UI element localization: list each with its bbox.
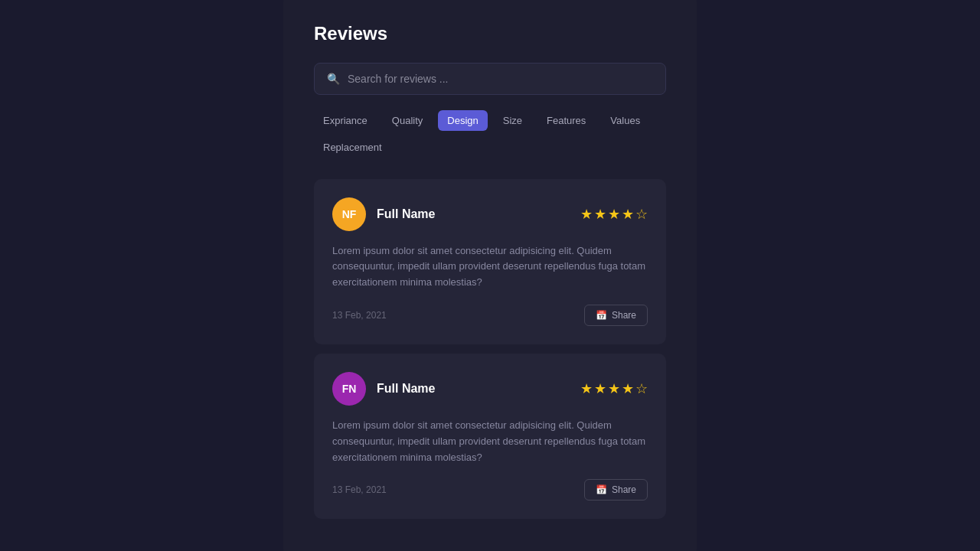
- share-label: Share: [612, 310, 636, 321]
- stars-container: ★★★★☆: [580, 206, 648, 223]
- share-icon: 📅: [596, 310, 607, 321]
- page-title: Reviews: [314, 23, 666, 44]
- reviewer-info: FN Full Name: [332, 372, 435, 406]
- reviewer-name: Full Name: [377, 207, 435, 221]
- filter-tag-replacement[interactable]: Replacement: [314, 137, 391, 158]
- filter-tags: ExprianceQualityDesignSizeFeaturesValues…: [314, 110, 666, 158]
- review-card-1: NF Full Name ★★★★☆ Lorem ipsum dolor sit…: [314, 179, 666, 344]
- review-footer: 13 Feb, 2021 📅 Share: [332, 479, 648, 500]
- star-full: ★: [580, 380, 593, 397]
- share-label: Share: [612, 484, 636, 495]
- reviewer-info: NF Full Name: [332, 197, 435, 231]
- reviewer-name: Full Name: [377, 382, 435, 396]
- avatar: NF: [332, 197, 366, 231]
- star-full: ★: [622, 380, 634, 397]
- review-text: Lorem ipsum dolor sit amet consectetur a…: [332, 418, 648, 465]
- star-half: ☆: [635, 380, 648, 397]
- search-icon: 🔍: [327, 73, 340, 85]
- review-footer: 13 Feb, 2021 📅 Share: [332, 305, 648, 326]
- star-full: ★: [594, 380, 606, 397]
- star-full: ★: [580, 206, 593, 223]
- reviews-list: NF Full Name ★★★★☆ Lorem ipsum dolor sit…: [314, 179, 666, 520]
- filter-tag-features[interactable]: Features: [537, 110, 595, 131]
- star-full: ★: [622, 206, 634, 223]
- review-date: 13 Feb, 2021: [332, 310, 387, 321]
- filter-tag-size[interactable]: Size: [494, 110, 531, 131]
- review-card-2: FN Full Name ★★★★☆ Lorem ipsum dolor sit…: [314, 354, 666, 519]
- review-header: FN Full Name ★★★★☆: [332, 372, 648, 406]
- reviews-container: Reviews 🔍 ExprianceQualityDesignSizeFeat…: [283, 0, 697, 551]
- review-text: Lorem ipsum dolor sit amet consectetur a…: [332, 243, 648, 291]
- filter-tag-expriance[interactable]: Expriance: [314, 110, 377, 131]
- star-full: ★: [608, 206, 620, 223]
- stars-container: ★★★★☆: [580, 380, 648, 397]
- star-half: ☆: [635, 206, 648, 223]
- filter-tag-values[interactable]: Values: [601, 110, 649, 131]
- star-full: ★: [594, 206, 606, 223]
- star-full: ★: [608, 380, 620, 397]
- search-bar: 🔍: [314, 63, 666, 95]
- review-header: NF Full Name ★★★★☆: [332, 197, 648, 231]
- avatar: FN: [332, 372, 366, 406]
- share-button[interactable]: 📅 Share: [584, 479, 648, 500]
- filter-tag-design[interactable]: Design: [438, 110, 487, 131]
- filter-tag-quality[interactable]: Quality: [383, 110, 432, 131]
- review-date: 13 Feb, 2021: [332, 484, 387, 495]
- share-icon: 📅: [596, 484, 607, 495]
- search-input[interactable]: [348, 73, 653, 85]
- share-button[interactable]: 📅 Share: [584, 305, 648, 326]
